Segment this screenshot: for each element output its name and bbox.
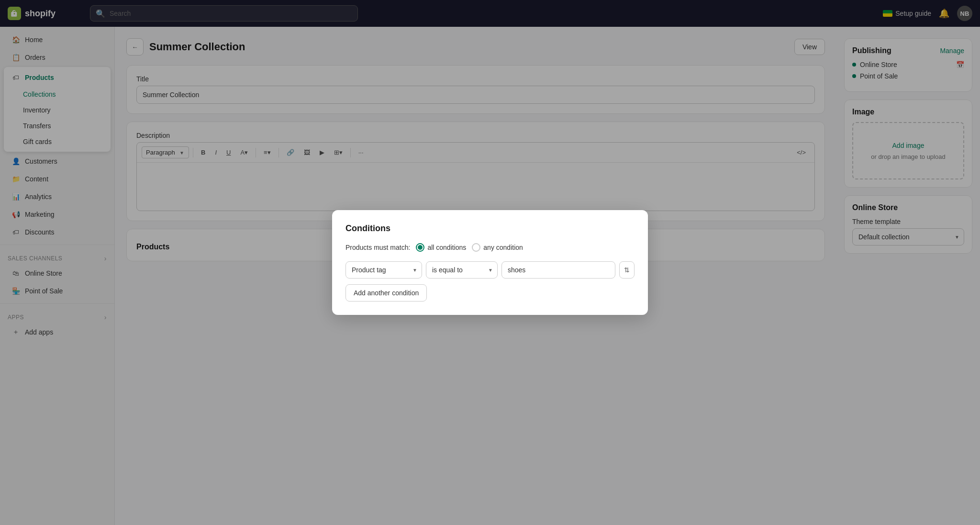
any-condition-option[interactable]: any condition [472, 243, 523, 252]
conditions-modal: Conditions Products must match: all cond… [332, 210, 648, 315]
conditions-match-row: Products must match: all conditions any … [345, 243, 635, 252]
field-select-wrapper: Product tag Product title Product type P… [345, 261, 422, 279]
add-condition-button[interactable]: Add another condition [345, 284, 427, 302]
field-select[interactable]: Product tag Product title Product type P… [345, 261, 422, 279]
all-conditions-option[interactable]: all conditions [416, 243, 466, 252]
conditions-modal-title: Conditions [345, 223, 635, 234]
all-conditions-label: all conditions [427, 244, 466, 251]
condition-reorder-btn[interactable]: ⇅ [619, 261, 635, 279]
all-conditions-radio-inner [418, 245, 423, 250]
match-label: Products must match: [345, 244, 410, 251]
condition-row-0: Product tag Product title Product type P… [345, 261, 635, 279]
modal-overlay[interactable]: Conditions Products must match: all cond… [0, 0, 980, 525]
all-conditions-radio[interactable] [416, 243, 424, 252]
condition-value-input[interactable] [501, 261, 615, 279]
any-condition-label: any condition [483, 244, 523, 251]
any-condition-radio[interactable] [472, 243, 480, 252]
operator-select-wrapper: is equal to is not equal to starts with … [426, 261, 498, 279]
operator-select[interactable]: is equal to is not equal to starts with … [426, 261, 498, 279]
